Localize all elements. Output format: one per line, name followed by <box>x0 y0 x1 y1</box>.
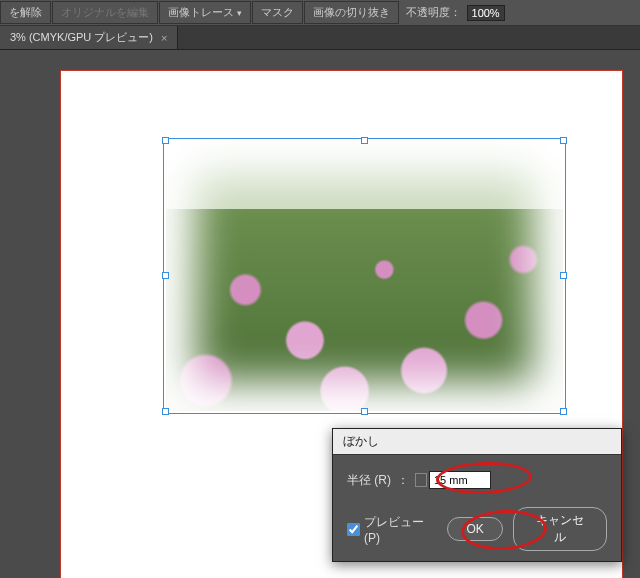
radius-input[interactable] <box>429 471 491 489</box>
close-tab-icon[interactable]: × <box>161 32 167 44</box>
resize-handle-l[interactable] <box>162 272 169 279</box>
radius-label: 半径 (R) <box>347 472 391 489</box>
mask-button[interactable]: マスク <box>252 1 303 24</box>
opacity-label: 不透明度： <box>400 5 467 20</box>
feather-vignette <box>166 141 563 411</box>
opacity-value-field[interactable]: 100% <box>467 5 505 21</box>
crop-image-button[interactable]: 画像の切り抜き <box>304 1 399 24</box>
control-bar: を解除 オリジナルを編集 画像トレース マスク 画像の切り抜き 不透明度： 10… <box>0 0 640 26</box>
resize-handle-br[interactable] <box>560 408 567 415</box>
resize-handle-tl[interactable] <box>162 137 169 144</box>
image-trace-button[interactable]: 画像トレース <box>159 1 251 24</box>
resize-handle-bl[interactable] <box>162 408 169 415</box>
colon: ： <box>397 472 409 489</box>
dialog-button-row: プレビュー (P) OK キャンセル <box>347 507 607 551</box>
document-tab[interactable]: 3% (CMYK/GPU プレビュー) × <box>0 26 178 49</box>
feather-dialog: ぼかし 半径 (R) ： プレビュー (P) OK キャンセル <box>332 428 622 562</box>
resize-handle-t[interactable] <box>361 137 368 144</box>
photo-content <box>166 141 563 411</box>
resize-handle-tr[interactable] <box>560 137 567 144</box>
preview-checkbox[interactable] <box>347 523 360 536</box>
document-tab-title: 3% (CMYK/GPU プレビュー) <box>10 30 153 45</box>
edit-original-button: オリジナルを編集 <box>52 1 158 24</box>
radius-row: 半径 (R) ： <box>347 471 607 489</box>
resize-handle-b[interactable] <box>361 408 368 415</box>
ok-button[interactable]: OK <box>447 517 502 541</box>
release-link-button[interactable]: を解除 <box>0 1 51 24</box>
preview-checkbox-wrap[interactable]: プレビュー (P) <box>347 514 437 545</box>
placed-image[interactable] <box>166 141 563 411</box>
cancel-button[interactable]: キャンセル <box>513 507 607 551</box>
resize-handle-r[interactable] <box>560 272 567 279</box>
preview-label: プレビュー (P) <box>364 514 437 545</box>
dialog-title[interactable]: ぼかし <box>333 429 621 455</box>
link-icon[interactable] <box>415 473 427 487</box>
document-tabbar: 3% (CMYK/GPU プレビュー) × <box>0 26 640 50</box>
